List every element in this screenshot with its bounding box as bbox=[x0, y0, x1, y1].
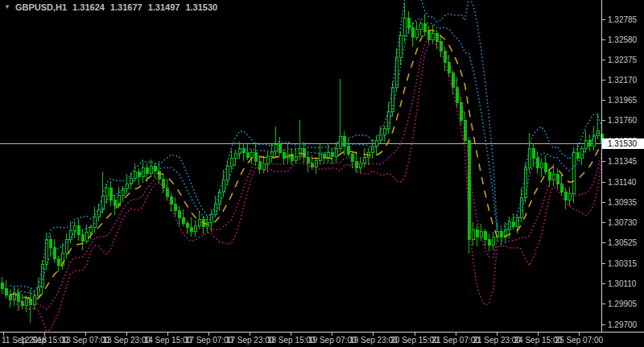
current-price-tag: 1.31530 bbox=[602, 138, 644, 149]
bull-candle-body bbox=[383, 129, 386, 134]
bull-candle-body bbox=[584, 140, 587, 148]
candlestick-series bbox=[1, 2, 603, 323]
chart-menu-arrow-icon: ▼ bbox=[4, 3, 10, 10]
bear-candle-body bbox=[500, 232, 502, 238]
bear-candle-body bbox=[488, 239, 490, 245]
lower-band-2 bbox=[10, 43, 602, 331]
bull-candle-body bbox=[222, 180, 225, 192]
bull-candle-body bbox=[262, 164, 265, 169]
quote-high: 1.31677 bbox=[110, 2, 142, 12]
price-axis[interactable]: 1.327851.325801.323751.321701.319651.317… bbox=[601, 0, 638, 333]
price-tick-label: 1.31345 bbox=[608, 157, 638, 166]
bear-candle-body bbox=[57, 259, 60, 265]
bear-candle-body bbox=[476, 229, 478, 238]
bull-candle-body bbox=[210, 215, 213, 223]
bear-candle-body bbox=[186, 224, 188, 228]
bear-candle-body bbox=[5, 289, 7, 295]
bull-candle-body bbox=[375, 140, 378, 146]
upper-band-1 bbox=[10, 19, 602, 295]
bear-candle-body bbox=[109, 188, 112, 200]
price-tick-label: 1.31965 bbox=[608, 96, 638, 105]
bull-candle-body bbox=[214, 204, 217, 215]
bear-candle-body bbox=[588, 140, 591, 146]
price-tick-label: 1.30110 bbox=[608, 279, 637, 288]
price-tick-label: 1.30935 bbox=[608, 198, 638, 207]
price-tick-label: 1.32170 bbox=[608, 76, 638, 85]
bull-candle-body bbox=[299, 148, 301, 156]
bull-candle-body bbox=[250, 152, 253, 157]
chart-window: 1.327851.325801.323751.321701.319651.317… bbox=[0, 0, 644, 347]
price-tick-label: 1.31760 bbox=[608, 116, 638, 125]
bear-candle-body bbox=[178, 211, 180, 218]
price-chart[interactable]: 1.327851.325801.323751.321701.319651.317… bbox=[0, 0, 644, 347]
bull-candle-body bbox=[528, 148, 530, 168]
bull-candle-body bbox=[415, 30, 418, 38]
bear-candle-body bbox=[254, 152, 257, 161]
price-tick-label: 1.29700 bbox=[608, 320, 638, 329]
bull-candle-body bbox=[572, 152, 575, 194]
bear-candle-body bbox=[190, 228, 192, 232]
bull-candle-body bbox=[540, 163, 543, 168]
bear-candle-body bbox=[246, 152, 249, 157]
bull-candle-body bbox=[431, 34, 434, 39]
bull-candle-body bbox=[142, 168, 144, 177]
bull-candle-body bbox=[65, 239, 68, 253]
bear-candle-body bbox=[464, 121, 466, 141]
bear-candle-body bbox=[444, 52, 446, 63]
bear-candle-body bbox=[548, 172, 551, 180]
bear-candle-body bbox=[532, 148, 535, 158]
bull-candle-body bbox=[391, 87, 394, 112]
price-tick-label: 1.32375 bbox=[608, 56, 638, 64]
indicator-bands bbox=[10, 0, 602, 331]
price-tag-value: 1.31530 bbox=[608, 139, 638, 148]
bull-candle-body bbox=[234, 153, 237, 158]
bull-candle-body bbox=[230, 159, 233, 167]
bull-candle-body bbox=[266, 156, 269, 164]
bull-candle-body bbox=[419, 24, 422, 30]
bear-candle-body bbox=[283, 152, 285, 158]
bear-candle-body bbox=[81, 234, 84, 242]
bull-candle-body bbox=[508, 221, 510, 229]
bear-candle-body bbox=[436, 34, 438, 42]
bear-candle-body bbox=[347, 147, 349, 155]
bear-candle-body bbox=[1, 283, 3, 288]
bull-candle-body bbox=[134, 172, 136, 178]
bull-candle-body bbox=[93, 217, 96, 228]
bull-candle-body bbox=[105, 188, 108, 196]
bear-candle-body bbox=[564, 192, 567, 200]
lower-band-1 bbox=[10, 37, 602, 309]
bear-candle-body bbox=[484, 232, 486, 240]
price-tick-label: 1.32785 bbox=[608, 15, 638, 24]
bull-candle-body bbox=[492, 238, 494, 246]
bear-candle-body bbox=[407, 18, 410, 27]
bear-candle-body bbox=[77, 225, 80, 234]
bull-candle-body bbox=[403, 18, 406, 35]
price-tick-label: 1.30730 bbox=[608, 218, 638, 227]
bear-candle-body bbox=[544, 163, 547, 172]
price-tick-label: 1.31140 bbox=[608, 178, 637, 187]
bear-candle-body bbox=[468, 140, 470, 239]
bull-candle-body bbox=[25, 299, 27, 306]
chart-title-bar: ▼ GBPUSD,H1 1.31624 1.31677 1.31497 1.31… bbox=[4, 2, 217, 12]
bull-candle-body bbox=[89, 228, 92, 233]
bear-candle-body bbox=[170, 197, 172, 204]
bull-candle-body bbox=[568, 194, 571, 200]
price-tick-label: 1.32580 bbox=[608, 35, 638, 44]
bear-candle-body bbox=[452, 73, 454, 87]
bear-candle-body bbox=[182, 217, 184, 223]
bear-candle-body bbox=[174, 204, 176, 211]
bull-candle-body bbox=[69, 230, 72, 239]
quote-open: 1.31624 bbox=[72, 2, 105, 12]
bull-candle-body bbox=[85, 233, 88, 242]
bear-candle-body bbox=[114, 200, 116, 205]
symbol-period-label: GBPUSD,H1 bbox=[15, 2, 67, 12]
time-axis[interactable]: 11 Sep 201812 Sep 15:0013 Sep 07:0013 Se… bbox=[0, 333, 644, 345]
bear-candle-body bbox=[411, 27, 414, 37]
price-tick-label: 1.30525 bbox=[608, 238, 638, 247]
bull-candle-body bbox=[226, 166, 229, 180]
bull-candle-body bbox=[379, 134, 382, 140]
bull-candle-body bbox=[395, 57, 398, 87]
bear-candle-body bbox=[576, 152, 579, 158]
bear-candle-body bbox=[456, 87, 458, 103]
quote-low: 1.31497 bbox=[148, 2, 180, 12]
